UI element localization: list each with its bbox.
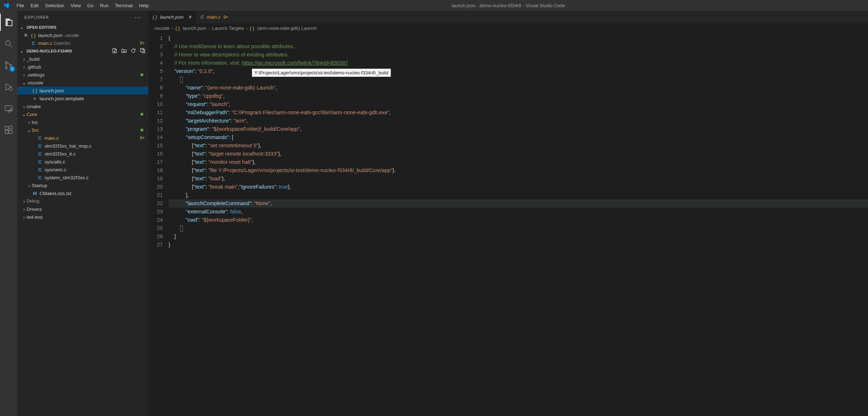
path-tooltip: Y:\Projects\Lager\vms\projects\st-test\d… <box>252 69 391 77</box>
chevron-icon: › <box>22 56 27 62</box>
file-icon: { } <box>32 88 38 93</box>
editor-tab[interactable]: { }launch.json✕ <box>148 11 196 23</box>
file-icon: { } <box>153 14 157 20</box>
search-icon[interactable] <box>0 35 17 52</box>
remote-icon[interactable] <box>0 100 17 117</box>
chevron-icon: › <box>22 207 27 212</box>
open-editor-item[interactable]: ✕{ }launch.json .vscode <box>17 31 148 39</box>
open-editor-item[interactable]: Cmain.c Core\Src9+ <box>17 39 148 47</box>
titlebar: FileEditSelectionViewGoRunTerminalHelp l… <box>0 0 868 11</box>
file-item[interactable]: ≡launch.json.template <box>17 94 148 102</box>
menu-run[interactable]: Run <box>97 1 111 10</box>
new-file-icon[interactable] <box>112 48 117 54</box>
folder-item[interactable]: ⌄Core <box>17 110 148 118</box>
file-icon: C <box>200 14 204 20</box>
chevron-icon: › <box>22 104 27 109</box>
folder-item[interactable]: ›.settings <box>17 71 148 79</box>
json-file-icon: { } <box>30 33 37 38</box>
scm-badge: 5 <box>9 66 15 72</box>
file-icon: C <box>37 151 43 157</box>
explorer-icon[interactable] <box>0 14 17 31</box>
folder-item[interactable]: ›Inc <box>17 118 148 126</box>
file-item[interactable]: { }launch.json <box>17 87 148 94</box>
svg-point-2 <box>5 67 7 69</box>
menu-selection[interactable]: Selection <box>42 1 67 10</box>
explorer-sidebar: EXPLORER ⋯ ⌄OPEN EDITORS ✕{ }launch.json… <box>17 11 148 416</box>
more-icon[interactable]: ⋯ <box>134 13 141 21</box>
file-icon: C <box>37 143 43 149</box>
svg-rect-11 <box>140 48 144 52</box>
breadcrumb-icon: { } <box>175 26 180 31</box>
svg-point-4 <box>9 87 12 91</box>
file-icon: ≡ <box>32 96 38 101</box>
c-file-icon: C <box>30 41 37 46</box>
collapse-icon[interactable] <box>140 48 146 54</box>
new-folder-icon[interactable] <box>121 48 127 54</box>
menu-view[interactable]: View <box>68 1 84 10</box>
editor-tab[interactable]: Cmain.c9+ <box>196 11 232 23</box>
folder-item[interactable]: ›_build <box>17 55 148 63</box>
refresh-icon[interactable] <box>130 48 136 54</box>
file-icon: C <box>37 135 43 141</box>
menu-file[interactable]: File <box>14 1 27 10</box>
folder-item[interactable]: ›led-test <box>17 213 148 221</box>
code-editor[interactable]: 1234578910111213141516171819202122232425… <box>148 33 868 416</box>
editor: { }launch.json✕Cmain.c9+ .vscode›{ }laun… <box>148 11 868 416</box>
svg-point-0 <box>5 41 10 45</box>
file-item[interactable]: Cstm32f3xx_hal_msp.c <box>17 142 148 150</box>
editor-tabs: { }launch.json✕Cmain.c9+ <box>148 11 868 23</box>
file-icon: M <box>32 191 38 196</box>
folder-item[interactable]: ›Drivers <box>17 205 148 213</box>
file-icon: C <box>37 167 43 172</box>
breadcrumb-item[interactable]: .vscode <box>153 26 170 31</box>
run-debug-icon[interactable] <box>0 78 17 96</box>
folder-item[interactable]: ›Debug <box>17 197 148 205</box>
folder-item[interactable]: ›.github <box>17 63 148 71</box>
file-item[interactable]: Csystem_stm32f3xx.c <box>17 174 148 181</box>
explorer-title: EXPLORER <box>24 15 49 19</box>
file-icon: C <box>37 175 43 180</box>
close-icon[interactable]: ✕ <box>188 14 192 20</box>
folder-item[interactable]: ›cmake <box>17 102 148 110</box>
chevron-icon: ⌄ <box>27 127 32 133</box>
file-item[interactable]: Csysmem.c <box>17 166 148 174</box>
breadcrumb-item[interactable]: (arm-none-eabi-gdb) Launch <box>257 26 317 31</box>
file-item[interactable]: Cmain.c9+ <box>17 134 148 142</box>
folder-item[interactable]: ⌄Src <box>17 126 148 134</box>
vscode-logo-icon <box>3 2 9 9</box>
chevron-icon: ⌄ <box>22 80 27 85</box>
open-editors-header[interactable]: ⌄OPEN EDITORS <box>17 23 148 31</box>
menu-help[interactable]: Help <box>136 1 152 10</box>
close-icon[interactable]: ✕ <box>24 32 28 38</box>
activity-bar: 5 <box>0 11 17 416</box>
extensions-icon[interactable] <box>0 121 17 139</box>
breadcrumb-item[interactable]: launch.json <box>183 26 206 31</box>
breadcrumb-icon: { } <box>250 26 254 31</box>
modified-dot-icon <box>140 73 143 76</box>
chevron-icon: › <box>22 64 27 70</box>
file-item[interactable]: MCMakeLists.txt <box>17 189 148 197</box>
chevron-icon: › <box>22 199 27 204</box>
source-control-icon[interactable]: 5 <box>0 57 17 74</box>
svg-rect-9 <box>9 130 12 134</box>
chevron-icon: ⌄ <box>22 111 27 117</box>
svg-rect-10 <box>9 126 12 129</box>
breadcrumb-item[interactable]: Launch Targets <box>212 26 244 31</box>
folder-item[interactable]: ›Startup <box>17 181 148 189</box>
menu-edit[interactable]: Edit <box>28 1 41 10</box>
svg-point-6 <box>10 109 12 111</box>
chevron-icon: › <box>22 214 27 220</box>
svg-rect-8 <box>5 130 8 134</box>
file-item[interactable]: Csyscalls.c <box>17 158 148 166</box>
chevron-icon: › <box>22 72 27 78</box>
breadcrumbs[interactable]: .vscode›{ }launch.json›Launch Targets›{ … <box>148 23 868 33</box>
menu-go[interactable]: Go <box>84 1 96 10</box>
folder-item[interactable]: ⌄.vscode <box>17 79 148 87</box>
chevron-icon: › <box>27 120 32 125</box>
project-header[interactable]: ⌄DEMO-NUCLEO-F334R8 <box>17 47 148 55</box>
menu-terminal[interactable]: Terminal <box>112 1 135 10</box>
svg-rect-7 <box>5 126 8 130</box>
file-item[interactable]: Cstm32f3xx_it.c <box>17 150 148 158</box>
chevron-icon: › <box>27 183 32 188</box>
modified-dot-icon <box>140 113 143 116</box>
